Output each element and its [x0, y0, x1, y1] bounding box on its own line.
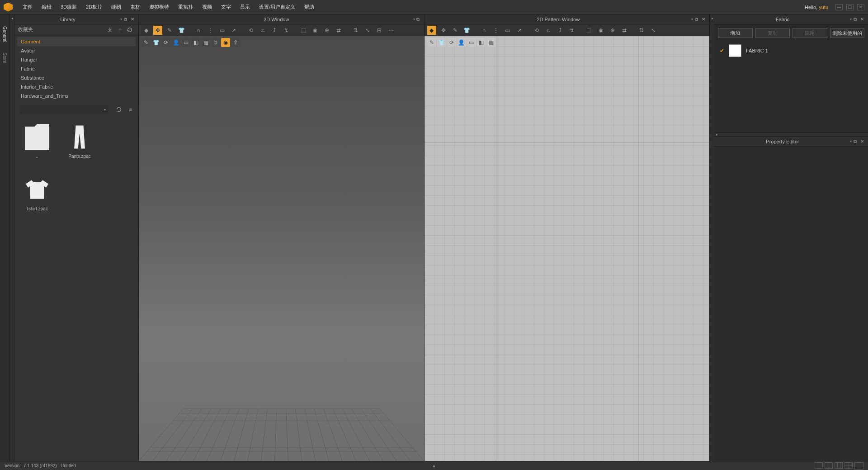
- tb2d-tool-16[interactable]: ⇅: [637, 26, 646, 35]
- library-collapse-handle[interactable]: ◂: [10, 14, 14, 461]
- tb3d-tool-5[interactable]: ⋮: [206, 26, 215, 35]
- menu-item-重拓扑[interactable]: 重拓扑: [174, 2, 198, 12]
- layout-2-icon[interactable]: [825, 462, 833, 469]
- tb3d-tool-7[interactable]: ↗: [229, 26, 238, 35]
- fabric-apply-button[interactable]: 应用: [793, 28, 827, 38]
- undock-icon[interactable]: ⧉: [852, 138, 858, 145]
- tb3d-tool-4[interactable]: ⌂: [194, 26, 203, 35]
- library-category-hanger[interactable]: Hanger: [17, 55, 136, 64]
- tb2d-tool-7[interactable]: ↗: [515, 26, 524, 35]
- tb3d-tool-19[interactable]: ⋯: [387, 26, 396, 35]
- undock-icon[interactable]: ⧉: [122, 16, 128, 23]
- sub3d-btn-7[interactable]: ☺: [211, 38, 220, 47]
- tb3d-tool-16[interactable]: ⇅: [351, 26, 360, 35]
- tb2d-tool-14[interactable]: ⊕: [608, 26, 617, 35]
- side-tab-store[interactable]: Store: [1, 52, 8, 64]
- tb3d-tool-11[interactable]: ↯: [282, 26, 291, 35]
- tb3d-tool-0[interactable]: ◆: [142, 26, 151, 35]
- library-category-fabric[interactable]: Fabric: [17, 64, 136, 73]
- list-view-icon[interactable]: ≡: [126, 104, 136, 114]
- sub3d-btn-9[interactable]: ⇪: [231, 38, 240, 47]
- check-icon[interactable]: ✔: [720, 47, 724, 54]
- tb3d-tool-1[interactable]: ✥: [153, 26, 162, 35]
- fabric-add-button[interactable]: 增加: [718, 28, 753, 38]
- fabric-delete-unused-button[interactable]: 删除未使用的: [830, 28, 865, 38]
- menu-item-素材[interactable]: 素材: [126, 2, 145, 12]
- tb2d-tool-4[interactable]: ⌂: [480, 26, 489, 35]
- undock-icon[interactable]: ⧉: [693, 16, 699, 23]
- sub2d-btn-5[interactable]: ◧: [477, 38, 486, 47]
- tb2d-tool-12[interactable]: ⬚: [585, 26, 594, 35]
- layout-full-icon[interactable]: [854, 462, 863, 470]
- tb3d-tool-2[interactable]: ✎: [165, 26, 174, 35]
- tb3d-tool-17[interactable]: ⤡: [363, 26, 372, 35]
- close-panel-icon[interactable]: ✕: [859, 16, 865, 23]
- sub3d-btn-6[interactable]: ▦: [201, 38, 210, 47]
- tb2d-tool-10[interactable]: ⤴: [556, 26, 565, 35]
- tb2d-tool-1[interactable]: ✥: [439, 26, 448, 35]
- sub2d-btn-6[interactable]: ▦: [487, 38, 496, 47]
- tb3d-tool-10[interactable]: ⤴: [270, 26, 279, 35]
- tb2d-tool-0[interactable]: ◆: [427, 26, 436, 35]
- menu-item-虚拟模特[interactable]: 虚拟模特: [145, 2, 174, 12]
- sub3d-btn-3[interactable]: 👤: [171, 38, 180, 47]
- close-panel-icon[interactable]: ✕: [700, 16, 707, 23]
- thumb-Pants.zpac[interactable]: Pants.zpac: [60, 121, 99, 171]
- viewport-3d[interactable]: ✎👕⟳👤▭◧▦☺◉⇪: [139, 36, 424, 461]
- library-category-avatar[interactable]: Avatar: [17, 46, 136, 55]
- fabric-swatch[interactable]: [729, 44, 741, 57]
- tb3d-tool-9[interactable]: ⎌: [258, 26, 267, 35]
- sub3d-btn-5[interactable]: ◧: [191, 38, 200, 47]
- window-maximize-icon[interactable]: ☐: [846, 4, 854, 10]
- menu-item-显示[interactable]: 显示: [236, 2, 255, 12]
- menu-item-3D服装[interactable]: 3D服装: [56, 2, 81, 12]
- path-refresh-icon[interactable]: [114, 104, 124, 114]
- sub3d-btn-4[interactable]: ▭: [181, 38, 190, 47]
- tb2d-tool-13[interactable]: ◉: [596, 26, 605, 35]
- right-collapse-handle[interactable]: ▸: [710, 14, 714, 461]
- tb3d-tool-12[interactable]: ⬚: [299, 26, 308, 35]
- library-category-hardware_and_trims[interactable]: Hardware_and_Trims: [17, 91, 136, 100]
- sub3d-btn-0[interactable]: ✎: [142, 38, 151, 47]
- menu-item-文字[interactable]: 文字: [217, 2, 236, 12]
- tb2d-tool-6[interactable]: ▭: [503, 26, 512, 35]
- tb3d-tool-8[interactable]: ⟲: [246, 26, 255, 35]
- undock-icon[interactable]: ⧉: [415, 16, 421, 23]
- tb2d-tool-5[interactable]: ⋮: [491, 26, 500, 35]
- menu-item-缝纫[interactable]: 缝纫: [107, 2, 126, 12]
- menu-item-视频[interactable]: 视频: [198, 2, 217, 12]
- library-category-substance[interactable]: Substance: [17, 73, 136, 82]
- status-expand-icon[interactable]: ▲: [432, 463, 436, 468]
- tb2d-tool-11[interactable]: ↯: [567, 26, 576, 35]
- menu-item-2D板片[interactable]: 2D板片: [81, 2, 107, 12]
- window-minimize-icon[interactable]: —: [835, 4, 843, 10]
- layout-4-icon[interactable]: [844, 462, 853, 469]
- user-name[interactable]: yutu: [819, 5, 828, 10]
- tb2d-tool-15[interactable]: ⇄: [620, 26, 629, 35]
- refresh-icon[interactable]: [125, 25, 135, 35]
- sub2d-btn-2[interactable]: ⟳: [447, 38, 456, 47]
- tb2d-tool-9[interactable]: ⎌: [544, 26, 553, 35]
- tb2d-tool-17[interactable]: ⤡: [649, 26, 658, 35]
- menu-item-编辑[interactable]: 编辑: [37, 2, 56, 12]
- sub2d-btn-3[interactable]: 👤: [457, 38, 466, 47]
- tb2d-tool-3[interactable]: 👕: [462, 26, 472, 35]
- tb3d-tool-15[interactable]: ⇄: [334, 26, 343, 35]
- window-close-icon[interactable]: ✕: [857, 4, 864, 10]
- layout-1-icon[interactable]: [815, 462, 823, 469]
- sub3d-btn-2[interactable]: ⟳: [161, 38, 170, 47]
- thumb-..[interactable]: ..: [17, 121, 57, 171]
- sub3d-btn-8[interactable]: ◉: [221, 38, 230, 47]
- tb2d-tool-8[interactable]: ⟲: [532, 26, 541, 35]
- add-folder-icon[interactable]: ＋: [115, 25, 125, 35]
- library-path-dropdown[interactable]: ▾: [20, 105, 108, 114]
- close-panel-icon[interactable]: ✕: [859, 138, 865, 145]
- sub2d-btn-4[interactable]: ▭: [467, 38, 476, 47]
- undock-icon[interactable]: ⧉: [852, 16, 858, 23]
- property-collapse-handle[interactable]: ▸: [714, 132, 868, 137]
- thumb-Tshirt.zpac[interactable]: Tshirt.zpac: [17, 174, 57, 223]
- viewport-2d[interactable]: ✎👕⟳👤▭◧▦: [425, 36, 710, 461]
- menu-item-设置/用户自定义[interactable]: 设置/用户自定义: [255, 2, 300, 12]
- tb2d-tool-2[interactable]: ✎: [451, 26, 460, 35]
- sub2d-btn-0[interactable]: ✎: [427, 38, 436, 47]
